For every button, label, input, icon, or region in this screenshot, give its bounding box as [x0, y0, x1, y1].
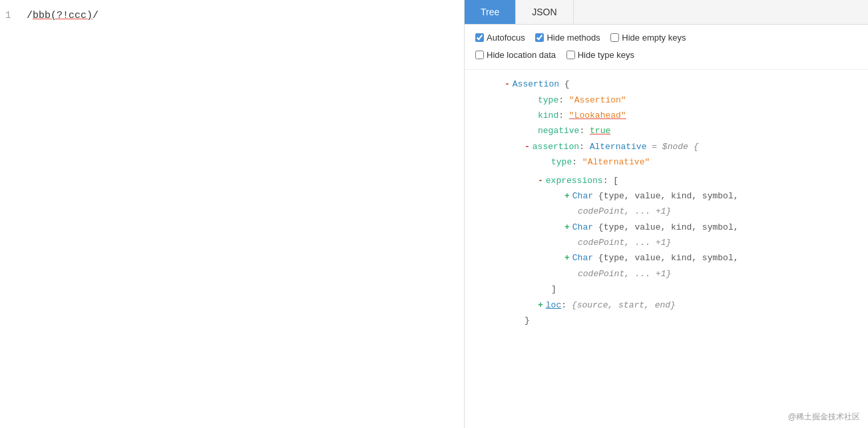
colon-6: : [603, 173, 614, 188]
type-value: "Assertion" [569, 93, 626, 108]
assertion-node-label: Assertion [513, 77, 559, 92]
colon-1: : [558, 93, 569, 108]
alternative-label: Alternative [590, 139, 647, 154]
open-brace-1: { [559, 77, 570, 92]
type-key: type [538, 93, 558, 108]
char3-extra: codePoint, ... +1} [578, 266, 671, 282]
code-line-1: 1 /bbb(?!ccc)/ [0, 7, 464, 25]
type2-key: type [551, 154, 572, 170]
expressions-key: expressions [546, 173, 603, 188]
char2-extra-row: codePoint, ... +1} [465, 235, 868, 250]
tab-json[interactable]: JSON [516, 0, 573, 24]
assertion-row: - Assertion { [465, 77, 868, 92]
autofocus-label[interactable]: Autofocus [475, 30, 525, 45]
options-bar: Autofocus Hide methods Hide empty keys H… [465, 25, 868, 70]
char3-extra-row: codePoint, ... +1} [465, 266, 868, 282]
tree-content: - Assertion { type : "Assertion" kind : … [465, 70, 868, 335]
char1-row: + Char {type, value, kind, symbol, [465, 188, 868, 204]
plus-icon-3[interactable]: + [564, 250, 570, 266]
slash-close: / [93, 10, 99, 21]
loc-key: loc [546, 298, 561, 313]
minus-icon-2[interactable]: - [525, 139, 530, 154]
hide-location-data-label[interactable]: Hide location data [475, 47, 556, 63]
open-bracket: [ [613, 173, 618, 188]
type2-row: type : "Alternative" [465, 154, 868, 170]
char3-props: {type, value, kind, symbol, [593, 250, 738, 266]
code-content: /bbb(?!ccc)/ [27, 8, 99, 24]
colon-4: : [579, 139, 590, 154]
hide-location-data-checkbox[interactable] [475, 51, 484, 59]
char1-props: {type, value, kind, symbol, [593, 188, 738, 204]
autofocus-checkbox[interactable] [475, 33, 484, 42]
kind-key: kind [538, 108, 558, 123]
negative-value: true [590, 123, 610, 138]
colon-3: : [579, 123, 590, 138]
hide-type-keys-checkbox[interactable] [566, 51, 575, 59]
minus-icon[interactable]: - [505, 77, 510, 92]
tab-tree[interactable]: Tree [465, 0, 516, 24]
negative-key: negative [538, 123, 579, 138]
tab-bar: Tree JSON [465, 0, 868, 25]
colon-5: : [572, 154, 582, 170]
line-number: 1 [5, 8, 21, 24]
char2-row: + Char {type, value, kind, symbol, [465, 220, 868, 235]
tree-panel: Tree JSON Autofocus Hide methods Hide em… [465, 0, 868, 428]
close-bracket: ] [551, 282, 556, 297]
kind-row: kind : "Lookahead" [465, 108, 868, 123]
close-brace-row: } [465, 313, 868, 328]
slash-open: / [27, 10, 33, 21]
type-row: type : "Assertion" [465, 93, 868, 108]
expressions-row: - expressions : [ [465, 173, 868, 188]
close-brace: } [525, 313, 530, 328]
colon-7: : [561, 298, 572, 313]
char2-extra: codePoint, ... +1} [578, 235, 671, 250]
hide-methods-checkbox[interactable] [535, 33, 544, 42]
loc-props: {source, start, end} [572, 298, 676, 313]
assertion-key: assertion [533, 139, 579, 154]
close-bracket-row: ] [465, 282, 868, 297]
regex-body: bbb(?!ccc) [33, 10, 93, 21]
char1-extra-row: codePoint, ... +1} [465, 204, 868, 219]
minus-icon-3[interactable]: - [538, 173, 543, 188]
colon-2: : [558, 108, 569, 123]
plus-icon-2[interactable]: + [564, 220, 570, 235]
char3-row: + Char {type, value, kind, symbol, [465, 250, 868, 266]
assertion-alt-row: - assertion : Alternative = $node { [465, 139, 868, 154]
editor-panel: 1 /bbb(?!ccc)/ [0, 0, 465, 428]
hide-methods-label[interactable]: Hide methods [535, 30, 600, 45]
char2-label: Char [572, 220, 593, 235]
char2-props: {type, value, kind, symbol, [593, 220, 738, 235]
char1-extra: codePoint, ... +1} [578, 204, 671, 219]
watermark: @稀土掘金技术社区 [788, 411, 860, 423]
negative-row: negative : true [465, 123, 868, 138]
hide-type-keys-label[interactable]: Hide type keys [566, 47, 634, 63]
kind-value: "Lookahead" [569, 108, 626, 123]
plus-icon-1[interactable]: + [564, 188, 570, 204]
hide-empty-keys-label[interactable]: Hide empty keys [610, 30, 686, 45]
hide-empty-keys-checkbox[interactable] [610, 33, 619, 42]
char1-label: Char [572, 188, 593, 204]
plus-icon-4[interactable]: + [538, 298, 543, 313]
char3-label: Char [572, 250, 593, 266]
type2-value: "Alternative" [582, 154, 650, 170]
dollar-node: = $node { [646, 139, 698, 154]
loc-row: + loc : {source, start, end} [465, 298, 868, 313]
